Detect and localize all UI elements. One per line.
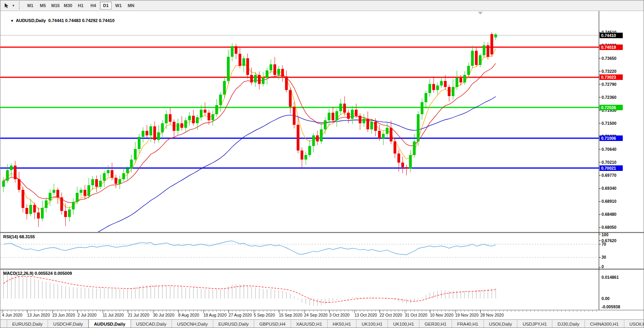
timeframe-button-d1[interactable]: D1 [100,2,112,9]
chart-tab-hk50-h1[interactable]: HK50,H1 [328,320,357,328]
date-axis-label: 27 Aug 2020 [229,313,252,317]
date-axis-label: 13 Jun 2020 [27,313,50,317]
price-badge: 0.71006 [600,135,623,141]
date-axis-label: 24 Sep 2020 [304,313,328,317]
date-axis-label: 4 Jun 2020 [2,313,22,317]
chart-tab-ger30-h1[interactable]: GER30,H1 [419,320,452,328]
toolbar-grip-handle[interactable] [19,2,22,9]
chart-tab-bar: EURUSD,DailyUSDCHF,DailyAUDUSD,DailyUSDC… [0,319,644,328]
chart-tab-uk100-h1[interactable]: UK100,H1 [356,320,388,328]
date-axis-label: 21 Jul 2020 [128,313,149,317]
date-axis-label: 10 Nov 2020 [430,313,454,317]
chart-title: ▼AUDUSD,Daily 0.74441 0.74483 0.74292 0.… [3,13,114,28]
date-axis-label: 28 Nov 2020 [480,313,504,317]
chart-background [0,11,644,319]
date-axis-label: 18 Aug 2020 [203,313,227,317]
price-axis-label: 0.72790 [602,82,616,87]
price-axis-label: 0.72360 [602,95,616,100]
date-axis-label: 2 Jul 2020 [78,313,96,317]
timeframe-button-h4[interactable]: H4 [87,2,99,9]
price-badge: 0.74410 [600,33,623,38]
timeframe-button-m15[interactable]: M15 [50,2,61,9]
date-axis-label: 3 Oct 2020 [329,313,349,317]
timeframe-button-m1[interactable]: M1 [24,2,36,9]
chart-tab-dj30-daily[interactable]: DJ30,Daily [552,320,585,328]
date-axis-label: 11 Jul 2020 [103,313,124,317]
chart-tab-gbpusd-h4[interactable]: GBPUSD,H4 [254,320,291,328]
chart-tab-usoil-h1[interactable]: USOil,H1 [624,320,644,328]
chart-tab-usdjpy-h1[interactable]: USDJPY,H1 [517,320,552,328]
chart-tab-usdcad-daily[interactable]: USDCAD,Daily [131,320,172,328]
date-axis-label: 22 Oct 2020 [380,313,402,317]
price-axis-label: 0.73650 [602,56,616,61]
price-axis-label: 0.73220 [602,69,616,74]
price-axis-label: 0.69340 [602,186,616,191]
date-axis-label: 15 Sep 2020 [279,313,303,317]
cursor-dropdown-icon[interactable]: ▼ [11,1,16,10]
chart-tab-usoil-daily[interactable]: USOil,Daily [484,320,518,328]
price-axis-label: 0.68910 [602,199,616,204]
date-axis-label: 13 Oct 2020 [354,313,377,317]
price-badge: 0.72026 [600,105,623,110]
timeframe-button-m30[interactable]: M30 [62,2,74,9]
macd-axis-label: 0.00 [602,296,609,301]
chart-tab-eurusd-daily[interactable]: EURUSD,Daily [7,320,48,328]
timeframe-button-w1[interactable]: W1 [113,2,124,9]
price-axis-label: 0.70210 [602,160,616,165]
date-axis-label: 5 Sep 2020 [254,313,275,317]
rsi-axis-label: 70 [602,242,606,246]
timeframe-toolbar: ▼ M1M5M15M30H1H4D1W1MN [0,0,644,11]
macd-axis-label: 0.014861 [602,275,619,280]
chart-ohlc-values: 0.74441 0.74483 0.74292 0.74410 [48,18,114,23]
price-axis-label: 0.70640 [602,147,616,152]
price-axis-label: 0.71500 [602,121,616,126]
chart-tab-usdcnh-daily[interactable]: USDCNH,Daily [172,320,213,328]
chart-tab-uk100-h1[interactable]: UK100,H1 [388,320,419,328]
chart-tab-xauusd-h1[interactable]: XAUUSD,H1 [291,320,328,328]
date-axis-label: 31 Oct 2020 [405,313,427,317]
trading-terminal-window: ▼ M1M5M15M30H1H4D1W1MN ▼AUDUSD,Daily 0.7… [0,0,644,328]
timeframe-button-m5[interactable]: M5 [37,2,49,9]
rsi-indicator-label: RSI(14) 68.3155 [3,234,35,239]
date-axis-label: 8 Aug 2020 [178,313,199,317]
price-axis-label: 0.68050 [602,225,616,230]
timeframe-button-mn[interactable]: MN [125,2,137,9]
timeframe-button-h1[interactable]: H1 [75,2,87,9]
chart-canvas[interactable] [0,11,644,319]
rsi-axis-label: 30 [602,255,606,259]
rsi-axis-label: 100 [602,232,609,237]
chart-area[interactable]: ▼AUDUSD,Daily 0.74441 0.74483 0.74292 0.… [0,11,644,319]
chart-symbol-label: AUDUSD,Daily [16,18,46,23]
price-axis-label: 0.68480 [602,212,616,217]
timeframe-buttons: M1M5M15M30H1H4D1W1MN [24,2,137,9]
chart-cursor-icon[interactable] [2,1,11,10]
chart-tab-audusd-daily[interactable]: AUDUSD,Daily [89,319,131,328]
price-axis-label: 0.69770 [602,173,616,178]
chart-tab-usdchf-daily[interactable]: USDCHF,Daily [48,320,88,328]
price-badge: 0.73023 [600,74,623,80]
macd-indicator-label: MACD(12,26,9) 0.005524 0.005009 [3,271,72,276]
macd-axis-label: -0.005938 [602,304,620,309]
chart-tab-fra40-h1[interactable]: FRA40,H1 [452,320,484,328]
rsi-axis-label: 0 [602,264,604,269]
date-axis-label: 19 Nov 2020 [455,313,479,317]
chart-tab-eurusd-daily[interactable]: EURUSD,Daily [213,320,254,328]
price-badge: 0.74019 [600,44,623,50]
date-axis-label: 30 Jul 2020 [153,313,174,317]
date-axis-label: 23 Jun 2020 [52,313,75,317]
collapse-chart-icon[interactable]: ▼ [10,19,14,23]
price-badge: 0.70021 [600,165,623,171]
chart-tab-china300-h1[interactable]: CHINA300,H1 [585,320,624,328]
